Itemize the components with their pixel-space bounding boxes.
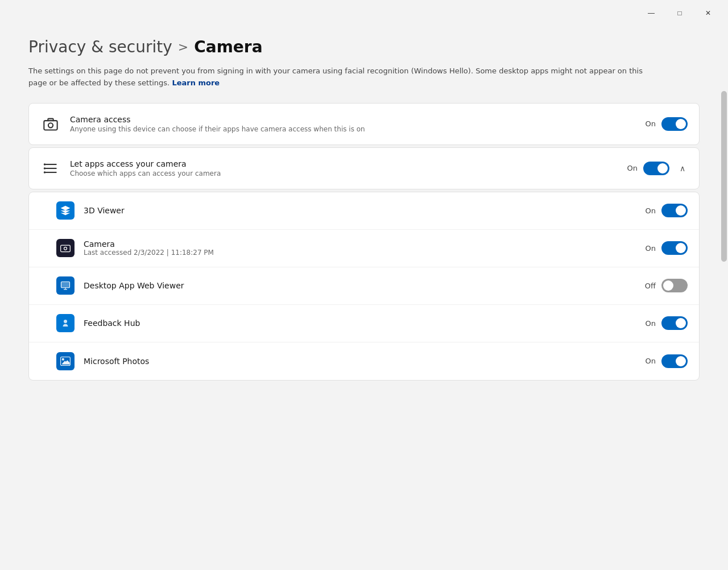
page-description: The settings on this page do not prevent… <box>28 65 654 89</box>
app-icon-feedback <box>56 314 75 332</box>
app-desktop-web-name: Desktop App Web Viewer <box>84 281 645 290</box>
app-camera-detail: Last accessed 2/3/2022 | 11:18:27 PM <box>84 249 646 257</box>
camera-icon <box>40 114 61 134</box>
breadcrumb-current: Camera <box>194 38 262 56</box>
app-camera-name: Camera <box>84 239 646 249</box>
breadcrumb-parent[interactable]: Privacy & security <box>28 38 172 56</box>
let-apps-text: Let apps access your camera Choose which… <box>70 159 627 177</box>
camera-access-subtitle: Anyone using this device can choose if t… <box>70 125 646 133</box>
let-apps-access-card: Let apps access your camera Choose which… <box>28 147 700 189</box>
window: — □ ✕ Privacy & security > Camera The se… <box>0 0 728 570</box>
close-button[interactable]: ✕ <box>695 5 721 22</box>
let-apps-control: On ∧ <box>627 162 688 175</box>
svg-point-5 <box>44 163 46 166</box>
svg-point-9 <box>64 247 67 250</box>
camera-access-card: Camera access Anyone using this device c… <box>28 103 700 145</box>
app-desktop-web-control: Off <box>645 279 688 292</box>
breadcrumb: Privacy & security > Camera <box>28 38 700 56</box>
learn-more-link[interactable]: Learn more <box>172 79 220 87</box>
let-apps-access-row: Let apps access your camera Choose which… <box>29 148 699 189</box>
camera-access-row: Camera access Anyone using this device c… <box>29 104 699 144</box>
svg-point-7 <box>44 171 46 174</box>
app-photos-name: Microsoft Photos <box>84 357 646 366</box>
app-3dviewer-text: 3D Viewer <box>84 206 646 215</box>
app-3dviewer-control: On <box>646 204 688 217</box>
scrollbar-thumb[interactable] <box>721 91 727 262</box>
scrollbar[interactable] <box>720 0 728 570</box>
let-apps-toggle[interactable] <box>643 162 669 175</box>
app-row-camera: Camera Last accessed 2/3/2022 | 11:18:27… <box>29 230 699 267</box>
app-camera-status: On <box>646 244 656 253</box>
app-feedback-control: On <box>646 316 688 330</box>
camera-access-title: Camera access <box>70 115 646 124</box>
app-icon-photos <box>56 352 75 370</box>
app-feedback-text: Feedback Hub <box>84 319 646 328</box>
titlebar: — □ ✕ <box>0 0 728 26</box>
app-photos-control: On <box>646 354 688 368</box>
app-row-photos: Microsoft Photos On <box>29 342 699 380</box>
svg-point-6 <box>44 167 46 170</box>
svg-rect-10 <box>61 282 70 288</box>
expand-button[interactable]: ∧ <box>677 162 688 175</box>
camera-access-text: Camera access Anyone using this device c… <box>70 115 646 133</box>
let-apps-subtitle: Choose which apps can access your camera <box>70 170 627 177</box>
svg-point-14 <box>62 358 64 360</box>
app-3dviewer-toggle[interactable] <box>661 204 688 217</box>
camera-access-status: On <box>646 119 656 128</box>
app-photos-text: Microsoft Photos <box>84 357 646 366</box>
app-row-3dviewer: 3D Viewer On <box>29 192 699 230</box>
maximize-button[interactable]: □ <box>667 5 693 22</box>
app-camera-toggle[interactable] <box>661 241 688 255</box>
app-feedback-toggle[interactable] <box>661 316 688 330</box>
minimize-button[interactable]: — <box>638 5 664 22</box>
app-3dviewer-status: On <box>646 206 656 215</box>
app-photos-status: On <box>646 357 656 365</box>
app-camera-control: On <box>646 241 688 255</box>
apps-icon <box>40 158 61 179</box>
svg-point-13 <box>64 320 67 323</box>
app-list-card: 3D Viewer On <box>28 192 700 381</box>
camera-access-control: On <box>646 117 688 131</box>
app-row-desktop-web: Desktop App Web Viewer Off <box>29 267 699 305</box>
svg-rect-8 <box>61 245 71 252</box>
app-camera-text: Camera Last accessed 2/3/2022 | 11:18:27… <box>84 239 646 257</box>
app-desktop-web-text: Desktop App Web Viewer <box>84 281 645 290</box>
app-feedback-status: On <box>646 319 656 328</box>
app-desktop-web-status: Off <box>645 282 656 290</box>
page-content: Privacy & security > Camera The settings… <box>0 26 728 394</box>
svg-rect-0 <box>44 121 57 130</box>
let-apps-status: On <box>627 164 638 172</box>
app-photos-toggle[interactable] <box>661 354 688 368</box>
app-icon-camera <box>56 239 75 257</box>
let-apps-title: Let apps access your camera <box>70 159 627 168</box>
camera-access-toggle[interactable] <box>661 117 688 131</box>
app-3dviewer-name: 3D Viewer <box>84 206 646 215</box>
app-desktop-web-toggle[interactable] <box>661 279 688 292</box>
breadcrumb-separator: > <box>178 40 188 54</box>
app-row-feedback: Feedback Hub On <box>29 305 699 342</box>
app-feedback-name: Feedback Hub <box>84 319 646 328</box>
svg-point-1 <box>48 123 53 127</box>
app-icon-3dviewer <box>56 201 75 220</box>
app-icon-desktop-web <box>56 276 75 295</box>
